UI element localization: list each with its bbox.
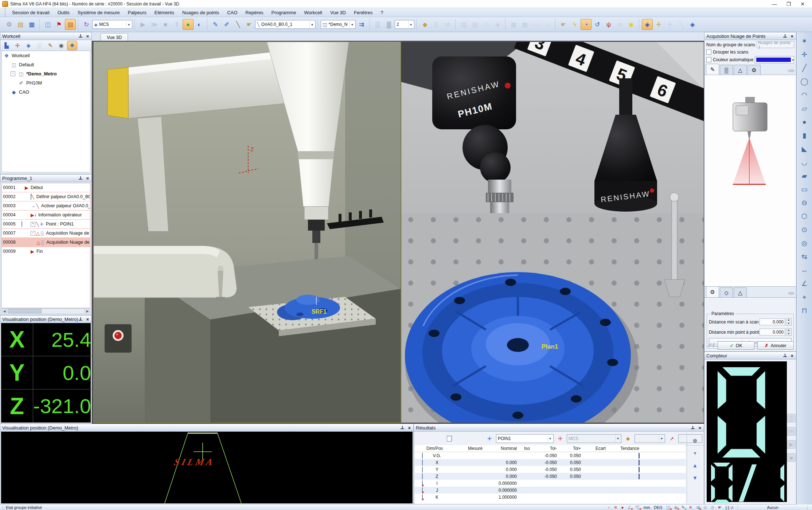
status-jog-disabled-icon[interactable]: ◉✕	[674, 505, 678, 510]
mesh-diamond-icon[interactable]: ◈	[492, 19, 503, 30]
line-icon[interactable]: ╱	[798, 62, 811, 74]
arc-icon[interactable]: ◠	[798, 89, 811, 101]
simulation-canvas[interactable]: SILMA	[1, 432, 413, 503]
program-row-00007[interactable]: 00007−△▒Acquisition Nuage de Points	[2, 229, 90, 238]
cad-tool-icon[interactable]: ◈	[23, 41, 34, 50]
locate-icon[interactable]: ⊕	[690, 436, 700, 445]
step-play-icon[interactable]: ≫	[149, 19, 160, 30]
vector-icon[interactable]: ↗	[667, 434, 676, 443]
axes-tool-icon[interactable]: ✢	[12, 41, 23, 50]
slot-icon[interactable]: ⊖	[798, 197, 811, 208]
status-manual-icon[interactable]: ☛	[718, 505, 722, 510]
frame-combo[interactable]: MCS ▾	[567, 434, 621, 443]
result-row-y[interactable]: Y0.000-0.0500.050	[415, 466, 686, 473]
menu-item-10[interactable]: Vue 3D	[326, 9, 350, 16]
render-style-icon[interactable]: ▨	[65, 19, 76, 30]
define-probe-icon[interactable]: ✎	[210, 19, 221, 30]
pin-icon[interactable]	[78, 317, 82, 321]
menu-item-8[interactable]: Programme	[267, 9, 300, 16]
cancel-button[interactable]: ✗Annuler	[757, 341, 794, 350]
pin-icon[interactable]	[783, 34, 787, 38]
cloud-sparse-icon[interactable]: ▒	[372, 19, 383, 30]
stop-exec-icon[interactable]: ■	[160, 19, 171, 30]
menu-item-2[interactable]: Système de mesure	[74, 9, 124, 16]
result-row-i[interactable]: I0.000000	[415, 480, 686, 487]
menu-item-12[interactable]: ?	[376, 9, 387, 16]
tab-scroll-arrows[interactable]: ◁ ▷	[788, 68, 795, 75]
angle-icon[interactable]: ∠	[798, 278, 811, 289]
counter-next-icon[interactable]: ▶	[787, 440, 796, 449]
flag-icon[interactable]: ⚑	[54, 19, 65, 30]
close-icon[interactable]: ×	[407, 425, 411, 431]
viewport-3d[interactable]: Z SRF1	[92, 41, 704, 424]
column-header-dim-pos[interactable]: Dim/Pos	[425, 446, 451, 451]
filter-combo[interactable]: ▾	[635, 434, 665, 443]
status-machine-disabled-icon[interactable]: ◫✕	[666, 505, 670, 510]
tab-vue-3d[interactable]: Vue 3D	[101, 33, 128, 41]
menu-item-6[interactable]: CAO	[223, 9, 241, 16]
circle-icon[interactable]: ◯	[798, 75, 811, 87]
cloud-tool-icon[interactable]: ▒	[34, 41, 44, 50]
status-probe-contact-icon[interactable]: ●	[621, 505, 624, 510]
operators-icon[interactable]: ☻	[623, 434, 633, 443]
program-row-00005[interactable]: 00005+╲✛Point : POIN1	[2, 220, 90, 229]
create-auto-icon[interactable]: ✶	[798, 35, 811, 47]
tab-scan-cloud[interactable]: ▒	[720, 65, 733, 75]
machine-tool-icon[interactable]: ▙	[1, 41, 12, 50]
menu-item-7[interactable]: Repères	[241, 9, 267, 16]
result-row-k[interactable]: K1.000000	[415, 494, 686, 501]
bulb-lit-icon[interactable]: ◉	[626, 19, 637, 30]
program-row-00001[interactable]: 00001▶Début	[2, 183, 90, 192]
upload-icon[interactable]: ⇧	[171, 19, 182, 30]
menu-drag-handle[interactable]	[5, 8, 7, 16]
minimize-button[interactable]: —	[772, 1, 777, 7]
program-hscrollbar[interactable]: ◀ ▶	[1, 308, 90, 314]
column-header-tendance[interactable]: Tendance	[608, 446, 641, 451]
eraser-icon[interactable]: ◆	[419, 19, 430, 30]
scan-distance-stepper[interactable]: ▲▼	[786, 318, 792, 326]
view-3d-machine[interactable]: Z SRF1	[94, 42, 401, 423]
menu-item-0[interactable]: Session de travail	[8, 9, 54, 16]
mesh-icon[interactable]: ▧	[458, 19, 469, 30]
tree-item-workcell[interactable]: ❖Workcell	[2, 51, 90, 60]
point-icon[interactable]: ✛	[798, 48, 811, 60]
status-temperature-disabled-icon[interactable]: ℃✕	[635, 505, 640, 510]
auto-color-checkbox[interactable]	[706, 57, 711, 62]
status-axes-disabled-icon[interactable]: ⇉✕	[696, 505, 700, 510]
torus-icon[interactable]: ◎	[798, 237, 811, 249]
rectangle-icon[interactable]: ▭	[798, 183, 811, 195]
cad-wrench-icon[interactable]: ◈	[687, 19, 698, 30]
column-header-iso[interactable]: Iso	[519, 446, 532, 451]
hand-icon[interactable]: ☛	[558, 19, 569, 30]
row-down-icon[interactable]: ▼	[690, 473, 700, 482]
close-icon[interactable]: ×	[85, 34, 90, 39]
feature-combo[interactable]: POIN1 ▾	[496, 434, 554, 443]
column-header-tol-[interactable]: Tol+	[559, 446, 583, 451]
result-row-j[interactable]: J0.000000	[415, 487, 686, 494]
column-header-nominal[interactable]: Nominal	[485, 446, 519, 451]
lightning-icon[interactable]: ϟ	[569, 19, 580, 30]
feature-point-icon[interactable]: ✛	[485, 434, 494, 443]
bulb-off2-icon[interactable]: ○	[542, 19, 553, 30]
expander-icon[interactable]: −	[31, 231, 35, 236]
play-icon[interactable]: ▶	[137, 19, 148, 30]
plane-icon[interactable]: ▱	[798, 102, 811, 114]
tab-param-plane[interactable]: ◇	[720, 287, 733, 297]
save-icon[interactable]: ▦	[26, 19, 37, 30]
pin-icon[interactable]	[78, 176, 82, 180]
position-tolerance-icon[interactable]: ⌖	[798, 291, 811, 303]
status-clear2-icon[interactable]: ✕	[689, 505, 692, 510]
probe-qualify-icon[interactable]: ✛	[653, 19, 664, 30]
menu-item-11[interactable]: Fenêtres	[350, 9, 376, 16]
tree-item-cao[interactable]: ◆CAO	[2, 87, 90, 97]
cloud-info-icon[interactable]: ▒	[431, 19, 442, 30]
workcell-tool-icon[interactable]: ❖	[67, 41, 77, 50]
section-icon[interactable]: ▦	[519, 19, 530, 30]
tab-scan-config[interactable]: ⚙	[747, 65, 761, 75]
scroll-right-icon[interactable]: ▶	[85, 309, 90, 313]
mesh-sphere-icon[interactable]: ▨	[469, 19, 480, 30]
machine-combo[interactable]: ◫*Demo_N▾	[321, 20, 356, 29]
result-row-vg[interactable]: V.G.-0.0500.050	[415, 452, 686, 459]
wrap-icon[interactable]: ▩	[508, 19, 519, 30]
result-row-x[interactable]: X0.000-0.0500.050	[415, 459, 686, 466]
